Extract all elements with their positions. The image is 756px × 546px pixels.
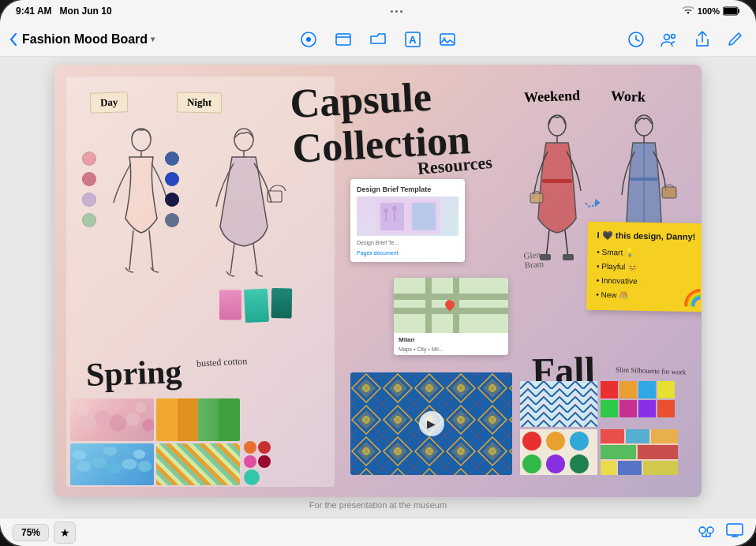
chevron-svg [520, 381, 597, 427]
svg-point-34 [122, 458, 137, 469]
ps-maroon [258, 455, 271, 468]
svg-point-37 [103, 446, 118, 455]
design-brief-card[interactable]: Design Brief Template [350, 179, 465, 262]
objects-icon [698, 522, 715, 538]
svg-point-36 [73, 450, 87, 459]
svg-line-60 [546, 230, 549, 258]
bottom-bar: 75% ★ [0, 518, 756, 546]
svg-point-29 [107, 399, 122, 413]
chevron-swatch [520, 381, 598, 427]
history-icon [627, 31, 645, 48]
candies-svg [70, 443, 154, 486]
circles-swatch [520, 429, 598, 475]
capsule-collection-title: Capsule Collection [289, 72, 471, 171]
svg-point-35 [138, 461, 152, 472]
svg-point-24 [95, 410, 110, 425]
night-label: Night [177, 92, 223, 114]
status-bar-right: 100% [682, 6, 740, 16]
toolbar-left: Fashion Mood Board ▾ [9, 32, 255, 47]
toolbar-center: A [255, 28, 500, 50]
svg-point-64 [635, 115, 653, 136]
svg-rect-5 [336, 34, 350, 45]
svg-rect-92 [651, 429, 678, 443]
sketch-svg [82, 116, 319, 297]
document-title-button[interactable]: Fashion Mood Board ▾ [22, 32, 155, 47]
abstract-svg [601, 429, 678, 475]
map-city-label: Milan [394, 333, 508, 346]
wifi-icon [682, 6, 694, 16]
collaborate-button[interactable] [658, 28, 680, 50]
map-image [394, 278, 508, 333]
spring-label: Spring [85, 353, 182, 394]
folder-tool-button[interactable] [367, 28, 389, 50]
bottom-left-controls: 75% ★ [13, 522, 76, 544]
window-tool-button[interactable] [332, 28, 354, 50]
battery-icon [723, 6, 740, 16]
svg-point-98 [699, 527, 705, 533]
zoom-button[interactable]: 75% [13, 524, 49, 541]
swatch-teal [244, 289, 269, 323]
battery-label: 100% [698, 6, 720, 16]
svg-rect-79 [619, 400, 637, 417]
color-grid-swatch [601, 381, 679, 427]
design-brief-footer: Pages document [357, 250, 458, 256]
svg-rect-94 [638, 445, 678, 459]
svg-point-38 [133, 449, 146, 458]
svg-rect-96 [618, 461, 642, 475]
svg-rect-90 [601, 429, 624, 443]
sticky-item-1: • Smart 💡 [597, 245, 700, 261]
svg-point-83 [522, 432, 541, 451]
history-button[interactable] [625, 28, 647, 50]
svg-rect-77 [657, 381, 675, 398]
status-time: 9:41 AM [16, 6, 52, 17]
share-icon [694, 31, 711, 48]
svg-rect-67 [630, 178, 658, 181]
text-tool-button[interactable]: A [402, 28, 424, 50]
bottom-images [70, 398, 240, 485]
objects-button[interactable] [698, 522, 715, 542]
status-bar-center [391, 10, 402, 13]
ps-pink [244, 455, 256, 468]
share-button[interactable] [691, 28, 713, 50]
image-tool-button[interactable] [436, 28, 458, 50]
map-card[interactable]: Milan Maps • City • Mil... [394, 278, 508, 355]
bookmark-button[interactable]: ★ [54, 522, 76, 544]
flowers-svg [70, 398, 154, 441]
sticky-item-2: • Playful 😊 [597, 260, 700, 275]
ipad-frame: 9:41 AM Mon Jun 10 100% [0, 0, 756, 546]
design-brief-title: Design Brief Template [357, 185, 458, 193]
dot-1 [391, 10, 393, 13]
shape-icon [300, 31, 317, 48]
silhouette-note: Slim Silhouette for work [616, 365, 687, 378]
svg-rect-68 [662, 187, 676, 198]
svg-rect-63 [563, 254, 574, 260]
edit-button[interactable] [724, 28, 747, 50]
ps-teal-lg [244, 469, 260, 485]
shape-tool-button[interactable] [298, 28, 320, 50]
moroccan-pattern[interactable]: ▶ [350, 372, 512, 475]
fabric-note: busted cotton [196, 355, 248, 369]
work-label: Work [611, 88, 646, 106]
svg-point-32 [91, 457, 106, 468]
circles-svg [520, 429, 597, 475]
map-road-h2 [394, 294, 508, 300]
svg-point-12 [664, 34, 669, 39]
svg-point-28 [77, 404, 90, 417]
brief-thumbnail-svg [376, 199, 440, 234]
image-icon [439, 31, 456, 48]
play-button[interactable]: ▶ [419, 411, 444, 436]
mood-board-canvas[interactable]: Capsule Collection Day Night [54, 65, 702, 497]
canvas-caption: For the presentation at the museum [309, 500, 447, 510]
svg-point-44 [392, 206, 397, 211]
back-button[interactable] [9, 33, 17, 46]
view-button[interactable] [726, 522, 743, 542]
back-chevron-icon [9, 33, 17, 46]
abstract-swatch [601, 429, 679, 475]
svg-rect-97 [643, 461, 678, 475]
svg-point-18 [234, 129, 253, 151]
svg-rect-58 [542, 179, 572, 183]
svg-rect-91 [626, 429, 649, 443]
svg-rect-104 [727, 524, 743, 535]
svg-point-85 [570, 432, 589, 451]
design-brief-thumbnail [357, 196, 458, 236]
